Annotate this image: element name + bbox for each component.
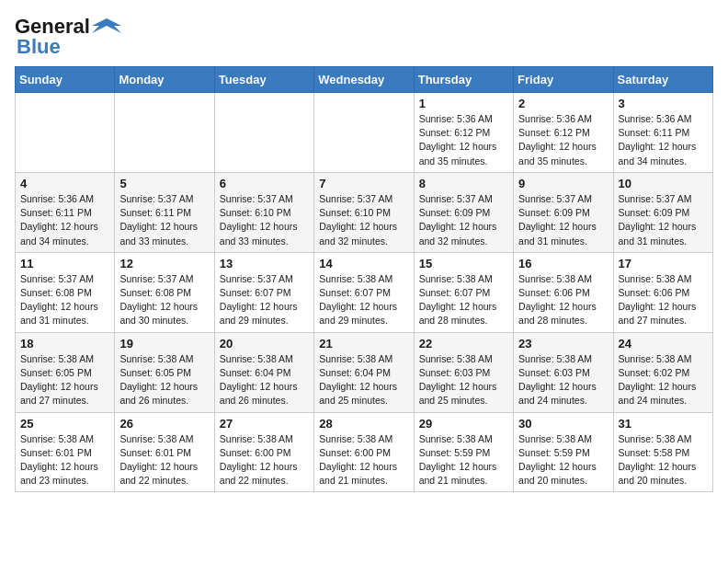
day-number: 14 [319, 257, 408, 270]
week-row-3: 11Sunrise: 5:37 AM Sunset: 6:08 PM Dayli… [16, 252, 713, 332]
day-detail: Sunrise: 5:38 AM Sunset: 5:59 PM Dayligh… [419, 432, 508, 488]
day-number: 3 [619, 97, 708, 110]
day-detail: Sunrise: 5:38 AM Sunset: 6:01 PM Dayligh… [20, 432, 109, 488]
week-row-2: 4Sunrise: 5:36 AM Sunset: 6:11 PM Daylig… [16, 172, 713, 252]
header-thursday: Thursday [414, 67, 513, 93]
day-detail: Sunrise: 5:38 AM Sunset: 6:07 PM Dayligh… [319, 272, 408, 328]
day-cell: 7Sunrise: 5:37 AM Sunset: 6:10 PM Daylig… [314, 172, 414, 252]
day-number: 10 [619, 177, 708, 190]
day-cell: 8Sunrise: 5:37 AM Sunset: 6:09 PM Daylig… [414, 172, 513, 252]
day-cell: 2Sunrise: 5:36 AM Sunset: 6:12 PM Daylig… [514, 93, 613, 173]
day-detail: Sunrise: 5:38 AM Sunset: 6:04 PM Dayligh… [319, 352, 408, 408]
header-monday: Monday [115, 67, 214, 93]
day-number: 29 [419, 417, 508, 431]
logo-blue: Blue [17, 35, 61, 59]
day-detail: Sunrise: 5:38 AM Sunset: 6:06 PM Dayligh… [518, 272, 608, 328]
day-cell [16, 93, 115, 173]
svg-marker-0 [92, 18, 121, 33]
day-cell: 15Sunrise: 5:38 AM Sunset: 6:07 PM Dayli… [414, 252, 513, 332]
day-cell: 12Sunrise: 5:37 AM Sunset: 6:08 PM Dayli… [115, 252, 214, 332]
day-cell: 5Sunrise: 5:37 AM Sunset: 6:11 PM Daylig… [115, 172, 214, 252]
day-detail: Sunrise: 5:38 AM Sunset: 6:05 PM Dayligh… [119, 352, 209, 408]
day-detail: Sunrise: 5:36 AM Sunset: 6:11 PM Dayligh… [619, 112, 708, 168]
day-cell [314, 93, 414, 173]
day-cell: 1Sunrise: 5:36 AM Sunset: 6:12 PM Daylig… [414, 93, 513, 173]
day-cell: 23Sunrise: 5:38 AM Sunset: 6:03 PM Dayli… [514, 332, 613, 412]
day-detail: Sunrise: 5:38 AM Sunset: 6:06 PM Dayligh… [619, 272, 708, 328]
week-row-4: 18Sunrise: 5:38 AM Sunset: 6:05 PM Dayli… [16, 332, 713, 412]
week-row-1: 1Sunrise: 5:36 AM Sunset: 6:12 PM Daylig… [16, 93, 713, 173]
day-number: 18 [20, 337, 109, 350]
day-number: 13 [220, 257, 309, 270]
day-detail: Sunrise: 5:38 AM Sunset: 6:01 PM Dayligh… [119, 432, 209, 488]
day-number: 16 [518, 257, 608, 270]
day-number: 12 [119, 257, 209, 270]
week-row-5: 25Sunrise: 5:38 AM Sunset: 6:01 PM Dayli… [16, 412, 713, 492]
day-detail: Sunrise: 5:38 AM Sunset: 6:04 PM Dayligh… [220, 352, 309, 408]
day-cell: 11Sunrise: 5:37 AM Sunset: 6:08 PM Dayli… [16, 252, 115, 332]
day-cell: 17Sunrise: 5:38 AM Sunset: 6:06 PM Dayli… [613, 252, 712, 332]
day-cell: 10Sunrise: 5:37 AM Sunset: 6:09 PM Dayli… [613, 172, 712, 252]
day-number: 21 [319, 337, 408, 350]
header-wednesday: Wednesday [314, 67, 414, 93]
day-cell: 26Sunrise: 5:38 AM Sunset: 6:01 PM Dayli… [115, 412, 214, 492]
day-number: 4 [20, 177, 109, 190]
day-detail: Sunrise: 5:38 AM Sunset: 5:59 PM Dayligh… [518, 432, 608, 488]
day-cell: 25Sunrise: 5:38 AM Sunset: 6:01 PM Dayli… [16, 412, 115, 492]
day-detail: Sunrise: 5:38 AM Sunset: 6:00 PM Dayligh… [319, 432, 408, 488]
header-friday: Friday [514, 67, 613, 93]
day-number: 28 [319, 417, 408, 431]
day-detail: Sunrise: 5:36 AM Sunset: 6:12 PM Dayligh… [518, 112, 608, 168]
day-detail: Sunrise: 5:37 AM Sunset: 6:10 PM Dayligh… [319, 192, 408, 248]
day-number: 24 [619, 337, 708, 350]
day-detail: Sunrise: 5:37 AM Sunset: 6:11 PM Dayligh… [119, 192, 209, 248]
day-number: 20 [220, 337, 309, 350]
day-cell: 22Sunrise: 5:38 AM Sunset: 6:03 PM Dayli… [414, 332, 513, 412]
day-detail: Sunrise: 5:37 AM Sunset: 6:10 PM Dayligh… [220, 192, 309, 248]
day-cell: 9Sunrise: 5:37 AM Sunset: 6:09 PM Daylig… [514, 172, 613, 252]
day-cell: 4Sunrise: 5:36 AM Sunset: 6:11 PM Daylig… [16, 172, 115, 252]
logo-bird-icon [92, 17, 121, 37]
day-cell: 13Sunrise: 5:37 AM Sunset: 6:07 PM Dayli… [214, 252, 313, 332]
day-detail: Sunrise: 5:36 AM Sunset: 6:11 PM Dayligh… [20, 192, 109, 248]
day-number: 8 [419, 177, 508, 190]
day-detail: Sunrise: 5:38 AM Sunset: 6:03 PM Dayligh… [419, 352, 508, 408]
calendar-table: SundayMondayTuesdayWednesdayThursdayFrid… [15, 66, 713, 492]
day-cell: 16Sunrise: 5:38 AM Sunset: 6:06 PM Dayli… [514, 252, 613, 332]
day-cell: 28Sunrise: 5:38 AM Sunset: 6:00 PM Dayli… [314, 412, 414, 492]
calendar-header: SundayMondayTuesdayWednesdayThursdayFrid… [16, 67, 713, 93]
day-cell [214, 93, 313, 173]
day-number: 27 [220, 417, 309, 431]
day-number: 9 [518, 177, 608, 190]
day-cell: 19Sunrise: 5:38 AM Sunset: 6:05 PM Dayli… [115, 332, 214, 412]
header-saturday: Saturday [613, 67, 712, 93]
day-detail: Sunrise: 5:36 AM Sunset: 6:12 PM Dayligh… [419, 112, 508, 168]
day-number: 1 [419, 97, 508, 110]
day-detail: Sunrise: 5:38 AM Sunset: 6:05 PM Dayligh… [20, 352, 109, 408]
calendar-body: 1Sunrise: 5:36 AM Sunset: 6:12 PM Daylig… [16, 93, 713, 492]
day-detail: Sunrise: 5:38 AM Sunset: 6:03 PM Dayligh… [518, 352, 608, 408]
day-number: 30 [518, 417, 608, 431]
day-number: 7 [319, 177, 408, 190]
day-cell: 30Sunrise: 5:38 AM Sunset: 5:59 PM Dayli… [514, 412, 613, 492]
day-detail: Sunrise: 5:37 AM Sunset: 6:07 PM Dayligh… [220, 272, 309, 328]
page-header: General Blue [15, 15, 713, 59]
day-cell: 29Sunrise: 5:38 AM Sunset: 5:59 PM Dayli… [414, 412, 513, 492]
day-detail: Sunrise: 5:37 AM Sunset: 6:09 PM Dayligh… [619, 192, 708, 248]
day-cell: 20Sunrise: 5:38 AM Sunset: 6:04 PM Dayli… [214, 332, 313, 412]
day-detail: Sunrise: 5:38 AM Sunset: 6:02 PM Dayligh… [619, 352, 708, 408]
day-cell: 27Sunrise: 5:38 AM Sunset: 6:00 PM Dayli… [214, 412, 313, 492]
day-cell: 14Sunrise: 5:38 AM Sunset: 6:07 PM Dayli… [314, 252, 414, 332]
day-number: 2 [518, 97, 608, 110]
day-detail: Sunrise: 5:38 AM Sunset: 6:07 PM Dayligh… [419, 272, 508, 328]
day-cell [115, 93, 214, 173]
header-sunday: Sunday [16, 67, 115, 93]
day-number: 31 [619, 417, 708, 431]
header-row: SundayMondayTuesdayWednesdayThursdayFrid… [16, 67, 713, 93]
day-cell: 6Sunrise: 5:37 AM Sunset: 6:10 PM Daylig… [214, 172, 313, 252]
day-number: 22 [419, 337, 508, 350]
day-detail: Sunrise: 5:37 AM Sunset: 6:08 PM Dayligh… [20, 272, 109, 328]
day-number: 26 [119, 417, 209, 431]
day-detail: Sunrise: 5:37 AM Sunset: 6:09 PM Dayligh… [419, 192, 508, 248]
day-detail: Sunrise: 5:37 AM Sunset: 6:08 PM Dayligh… [119, 272, 209, 328]
